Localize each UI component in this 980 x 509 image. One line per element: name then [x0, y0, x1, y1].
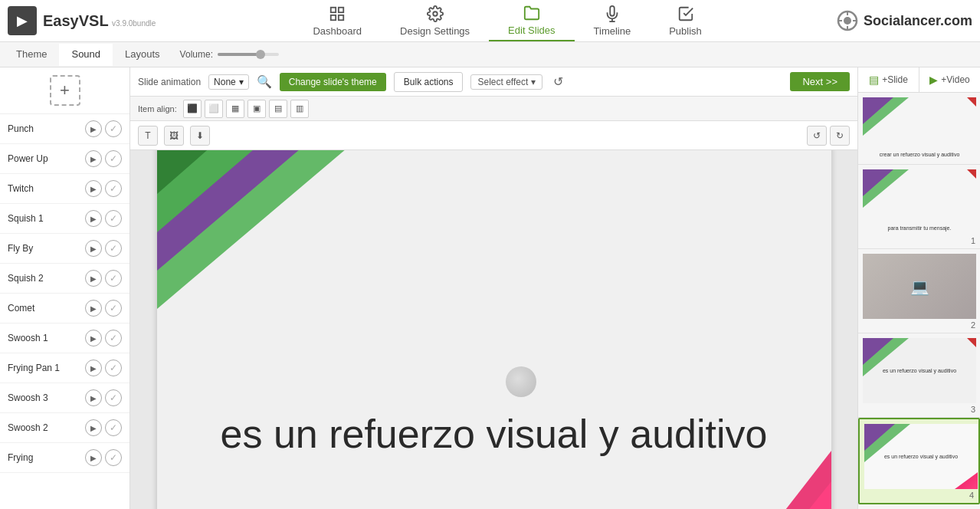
- slide-thumbnail[interactable]: 💻 2: [858, 249, 980, 333]
- play-button[interactable]: ▶: [85, 300, 102, 317]
- sound-name: Swoosh 2: [8, 422, 48, 433]
- slide-thumb-image: para transmitir tu mensaje.: [863, 169, 976, 235]
- animation-label: Slide animation: [138, 77, 201, 87]
- next-button[interactable]: Next >>: [790, 72, 850, 91]
- play-button[interactable]: ▶: [85, 180, 102, 197]
- check-button[interactable]: ✓: [105, 449, 122, 466]
- add-slide-icon: ▤: [869, 74, 879, 86]
- list-item[interactable]: Frying Pan 1 ▶ ✓: [0, 353, 129, 383]
- logo-icon: ▶: [8, 6, 37, 35]
- sound-controls: ▶ ✓: [85, 449, 122, 466]
- list-item[interactable]: Squish 1 ▶ ✓: [0, 204, 129, 234]
- app-name: EasyVSL: [43, 12, 109, 29]
- align-top-button[interactable]: ▣: [247, 100, 266, 118]
- item-align-label: Item align:: [138, 104, 177, 113]
- slide-circle: [506, 366, 536, 397]
- check-button[interactable]: ✓: [105, 419, 122, 436]
- bulk-actions-button[interactable]: Bulk actions: [394, 72, 464, 92]
- slide-thumbnail[interactable]: es un refuerzo visual y auditivo 4: [858, 418, 980, 504]
- animation-select[interactable]: None ▾: [208, 74, 249, 90]
- text-object-button[interactable]: T: [138, 126, 158, 146]
- align-center-v-button[interactable]: ▤: [269, 100, 287, 118]
- check-button[interactable]: ✓: [105, 389, 122, 406]
- list-item[interactable]: Fly By ▶ ✓: [0, 234, 129, 264]
- list-item[interactable]: Power Up ▶ ✓: [0, 144, 129, 174]
- image-object-button[interactable]: 🖼: [164, 126, 184, 146]
- sound-controls: ▶ ✓: [85, 240, 122, 257]
- list-item[interactable]: Swoosh 1 ▶ ✓: [0, 323, 129, 353]
- tab-sound[interactable]: Sound: [59, 44, 113, 66]
- nav-timeline[interactable]: Timeline: [575, 2, 651, 41]
- align-center-h-button[interactable]: ⬜: [205, 100, 223, 118]
- check-button[interactable]: ✓: [105, 240, 122, 257]
- tab-layouts[interactable]: Layouts: [113, 44, 172, 66]
- refresh-icon[interactable]: ↺: [553, 74, 563, 89]
- align-bottom-button[interactable]: ▥: [290, 100, 309, 118]
- check-button[interactable]: ✓: [105, 120, 122, 137]
- center-area: Slide animation None ▾ 🔍 Change slide's …: [130, 67, 857, 509]
- add-sound-area: +: [0, 67, 129, 114]
- check-button[interactable]: ✓: [105, 270, 122, 287]
- slide-thumbnail[interactable]: del mensaje. 5: [858, 504, 980, 509]
- animation-value: None: [214, 77, 236, 87]
- redo-button[interactable]: ↻: [830, 126, 850, 146]
- nav-dashboard[interactable]: Dashboard: [293, 2, 381, 41]
- slide-thumbnail[interactable]: es un refuerzo visual y auditivo 3: [858, 333, 980, 418]
- check-button[interactable]: ✓: [105, 300, 122, 317]
- play-button[interactable]: ▶: [85, 330, 102, 346]
- list-item[interactable]: Twitch ▶ ✓: [0, 174, 129, 204]
- play-button[interactable]: ▶: [85, 210, 102, 227]
- slide: es un refuerzo visual y auditivo: [157, 150, 831, 509]
- play-button[interactable]: ▶: [85, 449, 102, 466]
- align-right-button[interactable]: ▦: [226, 100, 244, 118]
- check-button[interactable]: ✓: [105, 210, 122, 227]
- nav-publish[interactable]: Publish: [650, 2, 721, 41]
- sidebar: + Punch ▶ ✓ Power Up ▶ ✓ Twitch ▶: [0, 67, 130, 509]
- play-button[interactable]: ▶: [85, 270, 102, 287]
- slide-number: 4: [864, 489, 974, 501]
- nav-timeline-label: Timeline: [594, 25, 631, 37]
- select-effect-dropdown[interactable]: Select effect ▾: [470, 74, 542, 90]
- sound-controls: ▶ ✓: [85, 389, 122, 406]
- add-video-button[interactable]: ▶ +Video: [919, 67, 980, 92]
- add-slide-button[interactable]: ▤ +Slide: [858, 67, 919, 92]
- search-icon[interactable]: 🔍: [257, 74, 272, 89]
- play-button[interactable]: ▶: [85, 419, 102, 436]
- play-button[interactable]: ▶: [85, 240, 102, 257]
- align-left-button[interactable]: ⬛: [183, 100, 202, 118]
- play-button[interactable]: ▶: [85, 150, 102, 167]
- nav-edit-slides-label: Edit Slides: [508, 25, 555, 36]
- volume-slider[interactable]: [218, 53, 279, 56]
- list-item[interactable]: Squish 2 ▶ ✓: [0, 264, 129, 294]
- settings-icon: [427, 5, 444, 22]
- nav-publish-label: Publish: [669, 25, 702, 37]
- sound-name: Squish 2: [8, 273, 44, 284]
- slide-toolbar: Slide animation None ▾ 🔍 Change slide's …: [130, 67, 857, 97]
- list-item[interactable]: Swoosh 2 ▶ ✓: [0, 413, 129, 443]
- nav-edit-slides[interactable]: Edit Slides: [489, 1, 574, 41]
- align-toolbar: Item align: ⬛ ⬜ ▦ ▣ ▤ ▥: [130, 97, 857, 121]
- play-button[interactable]: ▶: [85, 389, 102, 406]
- list-item[interactable]: Punch ▶ ✓: [0, 114, 129, 144]
- slide-thumbnail[interactable]: crear un refuerzo visual y auditivo: [858, 93, 980, 165]
- check-button[interactable]: ✓: [105, 360, 122, 376]
- undo-button[interactable]: ↺: [807, 126, 827, 146]
- add-sound-button[interactable]: +: [50, 75, 80, 106]
- sound-controls: ▶ ✓: [85, 270, 122, 287]
- sound-controls: ▶ ✓: [85, 360, 122, 376]
- play-button[interactable]: ▶: [85, 120, 102, 137]
- check-button[interactable]: ✓: [105, 330, 122, 346]
- nav-design-settings[interactable]: Design Settings: [381, 2, 489, 41]
- check-button[interactable]: ✓: [105, 180, 122, 197]
- list-item[interactable]: Swoosh 3 ▶ ✓: [0, 383, 129, 413]
- sound-controls: ▶ ✓: [85, 330, 122, 346]
- tab-theme[interactable]: Theme: [4, 44, 59, 66]
- slide-thumbnail[interactable]: para transmitir tu mensaje. 1: [858, 165, 980, 249]
- change-theme-button[interactable]: Change slide's theme: [280, 73, 386, 91]
- list-item[interactable]: Frying ▶ ✓: [0, 443, 129, 473]
- check-button[interactable]: ✓: [105, 150, 122, 167]
- play-button[interactable]: ▶: [85, 360, 102, 376]
- upload-button[interactable]: ⬇: [190, 126, 210, 146]
- list-item[interactable]: Comet ▶ ✓: [0, 294, 129, 323]
- undo-redo-group: ↺ ↻: [807, 126, 850, 146]
